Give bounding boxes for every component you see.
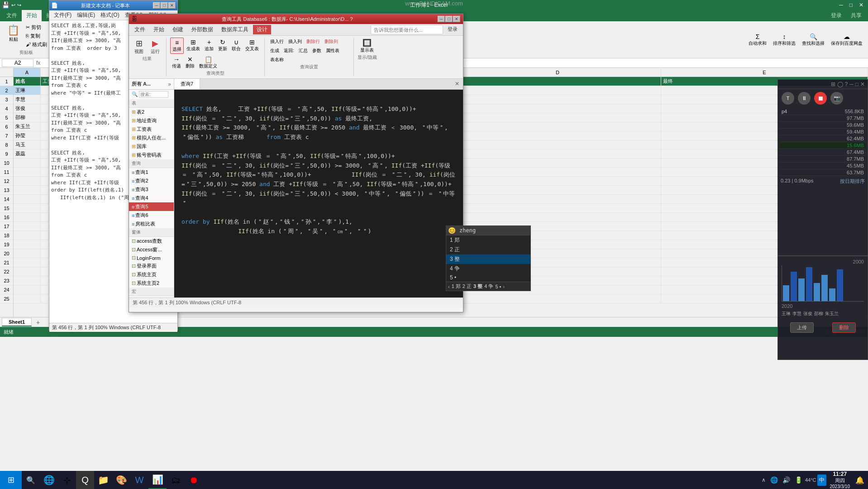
insert-rows-btn[interactable]: 插入行 <box>268 38 286 46</box>
file-item-5[interactable]: 62.4MB <box>780 135 866 142</box>
file-item-3[interactable]: 59.6MB <box>780 122 866 129</box>
rec-pause-btn[interactable]: ⏸ <box>798 92 811 105</box>
search-btn[interactable]: 🔍 <box>22 471 40 489</box>
recorder-icon-2[interactable]: ◯ <box>837 81 843 87</box>
taskbar-excel-icon[interactable]: 📊 <box>148 471 167 489</box>
append-btn[interactable]: +追加 <box>203 38 215 54</box>
sidebar-item-query4[interactable]: ≡查询4 <box>129 194 174 202</box>
tray-sound-icon[interactable]: 🔊 <box>781 475 792 485</box>
access-maximize-btn[interactable]: □ <box>445 16 453 22</box>
access-menu-design[interactable]: 设计 <box>253 25 271 34</box>
file-item-7[interactable]: 67.4MB <box>780 149 866 156</box>
cell-a4[interactable]: 张俊 <box>14 104 41 113</box>
passthrough-btn[interactable]: →传递 <box>170 55 183 70</box>
sidebar-item-table2[interactable]: ⊞表2 <box>129 108 174 116</box>
cut-btn[interactable]: ✂ 剪切 <box>24 24 49 31</box>
recorder-maximize-btn[interactable]: □ <box>855 81 858 87</box>
taskbar-photoshop-icon[interactable]: 🎨 <box>112 471 130 489</box>
sort-label[interactable]: 按日期排序 <box>840 178 865 185</box>
autosum-btn[interactable]: Σ 自动求和 <box>747 32 768 48</box>
access-close-btn[interactable]: ✕ <box>453 16 460 22</box>
run-btn[interactable]: ▶运行 <box>148 38 162 56</box>
crosstab-btn[interactable]: ⊞交叉表 <box>243 38 261 54</box>
delete-query-btn[interactable]: ✕删除 <box>184 55 196 70</box>
excel-share-btn[interactable]: 共享 <box>846 10 866 21</box>
return-btn[interactable]: 返回: <box>282 47 296 55</box>
sidebar-item-query3[interactable]: ≡查询3 <box>129 185 174 194</box>
taskbar-explorer-icon[interactable]: 🗂 <box>167 471 185 489</box>
file-item-2[interactable]: 97.7MB <box>780 115 866 122</box>
autocomplete-item-4[interactable]: 4 争 <box>446 264 463 273</box>
autocomplete-item-1[interactable]: 1 郑 <box>446 235 463 245</box>
paste-btn[interactable]: 📋 粘贴 <box>4 24 23 48</box>
table-name-btn[interactable]: 表名称 <box>268 56 286 64</box>
notepad-menu-format[interactable]: 格式(O) <box>98 11 122 19</box>
sidebar-item-treasury[interactable]: ⊞国库 <box>129 142 174 151</box>
update-btn[interactable]: ↻更新 <box>216 38 229 54</box>
page-2[interactable]: 2 正 <box>463 283 463 290</box>
access-menu-create[interactable]: 创建 <box>169 25 187 34</box>
sidebar-item-query6[interactable]: ≡查询6 <box>129 211 174 220</box>
start-button[interactable]: ⊞ <box>0 471 22 489</box>
add-sheet-btn[interactable]: + <box>33 318 43 327</box>
page-1[interactable]: 1 郑 <box>452 283 461 290</box>
recorder-icon-3[interactable]: ? <box>845 81 848 87</box>
save-cloud-btn[interactable]: ☁ 保存到百度网盘 <box>829 32 864 48</box>
excel-tab-file[interactable]: 文件 <box>2 10 22 21</box>
sidebar-item-access-data[interactable]: ⊡access查数 <box>129 237 174 245</box>
rec-t-btn[interactable]: T <box>782 92 794 105</box>
sidebar-item-salary-table[interactable]: ⊞工资表 <box>129 125 174 134</box>
format-painter-btn[interactable]: 🖌 格式刷 <box>24 41 49 48</box>
tray-battery-icon[interactable]: 🔋 <box>793 475 804 485</box>
notification-btn[interactable]: 🔔 <box>854 474 866 486</box>
taskbar-bandicam-icon[interactable]: ⏺ <box>185 471 203 489</box>
rec-camera-btn[interactable]: 📷 <box>830 92 843 105</box>
find-select-btn[interactable]: 🔍 查找和选择 <box>800 32 826 48</box>
sidebar-search-input[interactable] <box>139 91 168 98</box>
excel-close-btn[interactable]: ✕ <box>856 2 866 8</box>
sidebar-item-query1[interactable]: ≡查询1 <box>129 168 174 177</box>
recorder-close-btn[interactable]: ✕ <box>860 81 865 87</box>
taskbar-folder-icon[interactable]: 📁 <box>94 471 112 489</box>
delete-cols-btn[interactable]: 删除列 <box>323 38 340 46</box>
cell-a8[interactable]: 马玉 <box>14 140 41 149</box>
sidebar-item-query5[interactable]: ≡查询5 <box>129 202 174 211</box>
excel-minimize-btn[interactable]: ─ <box>836 2 846 8</box>
delete-btn[interactable]: 删除 <box>832 322 856 333</box>
cell-a7[interactable]: 孙莹 <box>14 131 41 140</box>
tray-arrows-icon[interactable]: ∧ <box>760 475 768 485</box>
insert-cols-btn[interactable]: 插入列 <box>286 38 304 46</box>
cell-a6[interactable]: 朱玉兰 <box>14 122 41 131</box>
autocomplete-item-2[interactable]: 2 正 <box>446 245 463 254</box>
notepad-menu-file[interactable]: 文件(F) <box>51 11 74 19</box>
show-table-btn[interactable]: 🔲显示表 <box>358 38 376 54</box>
property-sheet-btn[interactable]: 属性表 <box>324 47 341 55</box>
taskbar-cursor-icon[interactable]: ⊹ <box>58 471 76 489</box>
taskbar-q-icon[interactable]: Q <box>76 471 94 489</box>
file-item-6[interactable]: 15.6MB <box>780 142 866 149</box>
name-box[interactable] <box>2 59 33 67</box>
sidebar-item-login-ui[interactable]: ⊡登录界面 <box>129 262 174 270</box>
cell-d2[interactable] <box>454 86 661 95</box>
file-item-4[interactable]: 59.4MB <box>780 129 866 135</box>
sidebar-item-macro1[interactable]: ⚡宏1 <box>129 296 174 297</box>
rec-stop-btn[interactable]: ⏹ <box>814 92 827 105</box>
page-prev-icon[interactable]: ‹ <box>448 284 450 289</box>
autocomplete-item-5[interactable]: 5 • <box>446 273 463 282</box>
data-def-btn[interactable]: 📋数据定义 <box>197 55 219 70</box>
clock[interactable]: 11:27 周四 2023/3/10 <box>827 470 853 489</box>
file-item-1[interactable]: p4556.8KB <box>780 108 866 115</box>
access-menu-dbtools[interactable]: 数据库工具 <box>218 25 252 34</box>
access-menu-file[interactable]: 文件 <box>131 25 149 34</box>
sidebar-item-account[interactable]: ⊞账号密码表 <box>129 151 174 159</box>
sidebar-item-access-form[interactable]: ⊡Access窗... <box>129 245 174 254</box>
tray-network-icon[interactable]: 🌐 <box>768 475 780 485</box>
sidebar-collapse-btn[interactable]: » <box>168 81 171 87</box>
autocomplete-input[interactable] <box>458 226 463 235</box>
sheet-tab-sheet1[interactable]: Sheet1 <box>2 318 32 326</box>
taskbar-browser-icon[interactable]: 🌐 <box>40 471 58 489</box>
union-btn[interactable]: ∪联合 <box>230 38 243 54</box>
ime-indicator[interactable]: 中 <box>817 475 826 486</box>
cell-d1[interactable] <box>454 77 661 86</box>
access-menu-home[interactable]: 开始 <box>150 25 168 34</box>
